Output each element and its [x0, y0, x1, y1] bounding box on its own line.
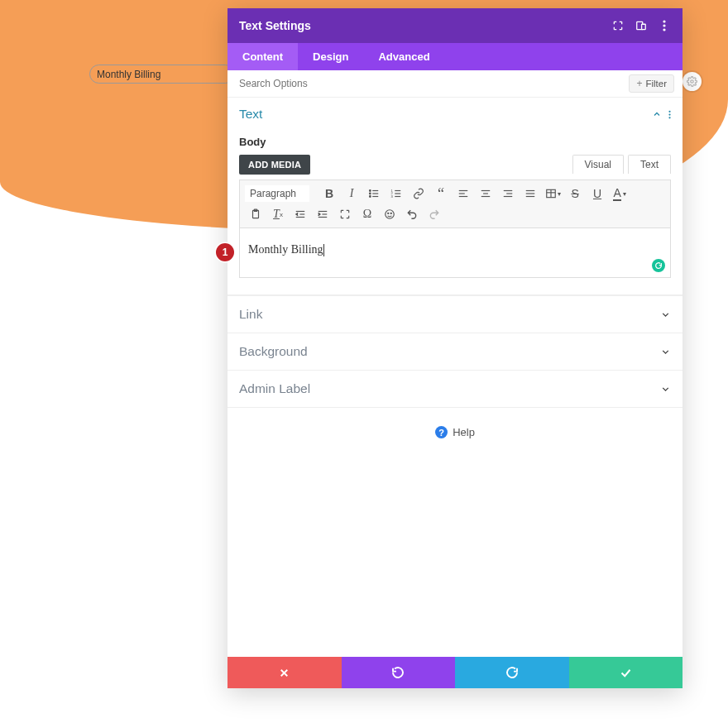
ul-icon[interactable] — [363, 184, 385, 203]
titlebar: Text Settings — [228, 8, 682, 43]
link-icon[interactable] — [408, 184, 429, 203]
chevron-up-icon — [652, 109, 662, 119]
svg-point-46 — [390, 213, 391, 213]
blockquote-icon[interactable]: “ — [430, 184, 452, 203]
section-admin-label[interactable]: Admin Label — [228, 370, 682, 408]
undo-icon[interactable] — [401, 204, 423, 224]
svg-text:3: 3 — [391, 194, 394, 199]
align-justify-icon[interactable] — [520, 184, 541, 203]
redo-icon[interactable] — [424, 204, 445, 224]
chevron-down-icon — [660, 309, 671, 320]
svg-point-4 — [663, 24, 665, 26]
grammarly-icon[interactable] — [652, 259, 665, 272]
specialchar-icon[interactable]: Ω — [357, 204, 378, 224]
gear-icon — [687, 76, 697, 87]
editor-toolbar: Paragraph ▾ B I 123 “ ▾ S — [239, 180, 671, 228]
section-link-title: Link — [239, 307, 660, 322]
tab-design[interactable]: Design — [298, 43, 363, 70]
bg-pill: Monthly Billing — [89, 65, 235, 84]
undo-action-button[interactable] — [342, 657, 456, 688]
filter-label: Filter — [645, 79, 667, 89]
search-input[interactable] — [239, 78, 629, 89]
underline-icon[interactable]: U — [587, 184, 608, 203]
filter-button[interactable]: + Filter — [629, 74, 674, 93]
text-cursor — [323, 244, 324, 256]
svg-point-3 — [663, 20, 665, 22]
undo-icon — [391, 666, 405, 679]
svg-point-5 — [663, 28, 665, 31]
section-background[interactable]: Background — [228, 333, 682, 370]
step-badge-number: 1 — [223, 247, 228, 258]
format-select[interactable]: Paragraph — [245, 185, 309, 202]
editor-tab-text[interactable]: Text — [628, 155, 671, 174]
responsive-icon[interactable] — [635, 19, 648, 32]
tab-content[interactable]: Content — [228, 43, 298, 70]
section-text-header[interactable]: Text — [228, 98, 682, 131]
svg-point-8 — [668, 117, 670, 118]
help-row[interactable]: ? Help — [228, 426, 682, 438]
panel-title: Text Settings — [239, 19, 611, 32]
bg-pill-text: Monthly Billing — [97, 69, 160, 80]
redo-action-button[interactable] — [455, 657, 569, 688]
svg-point-45 — [388, 213, 389, 213]
more-icon[interactable] — [658, 19, 671, 32]
expand-icon[interactable] — [611, 19, 625, 32]
outdent-icon[interactable] — [290, 204, 311, 224]
section-admin-label-title: Admin Label — [239, 381, 660, 396]
help-label: Help — [453, 426, 475, 438]
section-more-icon[interactable] — [668, 109, 671, 120]
svg-point-7 — [668, 113, 670, 115]
section-text-title: Text — [239, 107, 652, 122]
editor-content-area[interactable]: Monthly Billing — [239, 228, 671, 278]
svg-point-44 — [386, 210, 395, 219]
step-badge: 1 — [216, 243, 234, 261]
ol-icon[interactable]: 123 — [386, 184, 407, 203]
tab-bar: Content Design Advanced — [228, 43, 682, 70]
svg-point-6 — [668, 110, 670, 112]
table-icon[interactable]: ▾ — [542, 184, 563, 203]
search-row: + Filter — [228, 70, 682, 98]
action-bar — [228, 657, 682, 688]
section-link[interactable]: Link — [228, 295, 682, 333]
plus-icon: + — [636, 78, 642, 89]
body-label: Body — [239, 136, 671, 148]
align-left-icon[interactable] — [453, 184, 474, 203]
tab-advanced[interactable]: Advanced — [363, 43, 444, 70]
editor-tab-visual[interactable]: Visual — [572, 155, 624, 174]
editor-text: Monthly Billing — [248, 243, 323, 256]
clearformat-icon[interactable]: Tx — [267, 204, 289, 224]
chevron-down-icon — [660, 347, 671, 357]
svg-point-0 — [691, 80, 693, 83]
textcolor-icon[interactable]: A▾ — [609, 184, 630, 203]
redo-icon — [505, 666, 519, 679]
fullscreen-icon[interactable] — [334, 204, 356, 224]
section-background-title: Background — [239, 344, 660, 359]
settings-panel: Text Settings Content Design Advanced + … — [228, 8, 682, 688]
settings-gear-circle[interactable] — [682, 72, 702, 91]
italic-icon[interactable]: I — [341, 184, 362, 203]
emoji-icon[interactable] — [379, 204, 400, 224]
strikethrough-icon[interactable]: S — [564, 184, 586, 203]
svg-point-10 — [370, 193, 371, 194]
help-icon: ? — [435, 426, 448, 438]
close-icon — [279, 668, 290, 678]
svg-point-9 — [370, 190, 371, 192]
save-button[interactable] — [569, 657, 683, 688]
bold-icon[interactable]: B — [318, 184, 340, 203]
paste-icon[interactable] — [245, 204, 266, 224]
align-center-icon[interactable] — [475, 184, 496, 203]
chevron-down-icon — [660, 384, 671, 395]
cancel-button[interactable] — [228, 657, 342, 688]
svg-point-11 — [370, 196, 371, 198]
indent-icon[interactable] — [312, 204, 333, 224]
svg-rect-2 — [642, 24, 646, 29]
check-icon — [620, 667, 632, 679]
add-media-button[interactable]: ADD MEDIA — [239, 155, 310, 175]
align-right-icon[interactable] — [497, 184, 519, 203]
